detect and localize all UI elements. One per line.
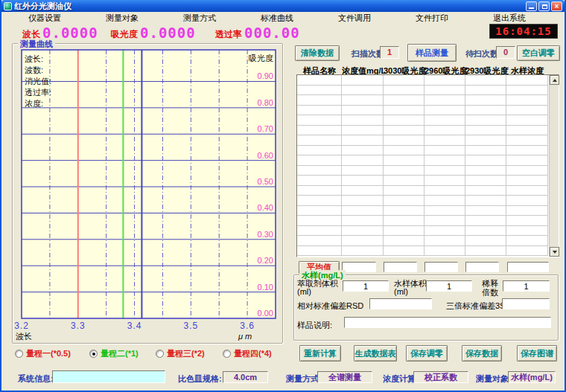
table-cell[interactable] <box>342 196 384 206</box>
table-cell[interactable] <box>342 226 384 237</box>
table-cell[interactable] <box>465 166 506 176</box>
table-cell[interactable] <box>465 86 506 96</box>
table-cell[interactable] <box>384 135 424 146</box>
table-cell[interactable] <box>465 146 506 156</box>
radio-range-3[interactable]: 量程三(*2) <box>156 349 205 359</box>
table-cell[interactable] <box>465 176 506 186</box>
radio-range-1[interactable]: 量程一(*0.5) <box>15 349 71 359</box>
table-cell[interactable] <box>506 135 548 146</box>
close-button[interactable]: × <box>551 1 562 11</box>
dilution-factor-input[interactable] <box>503 280 550 292</box>
table-cell[interactable] <box>384 246 424 257</box>
table-cell[interactable] <box>297 135 342 146</box>
table-cell[interactable] <box>342 86 384 96</box>
table-cell[interactable] <box>465 246 506 257</box>
system-info-input[interactable] <box>52 370 165 383</box>
table-cell[interactable] <box>297 176 342 186</box>
table-cell[interactable] <box>424 216 465 226</box>
table-cell[interactable] <box>342 95 384 106</box>
table-cell[interactable] <box>424 106 465 116</box>
table-cell[interactable] <box>384 95 424 106</box>
table-cell[interactable] <box>342 206 384 216</box>
table-cell[interactable] <box>384 226 424 237</box>
table-cell[interactable] <box>506 186 548 196</box>
table-cell[interactable] <box>506 106 548 116</box>
table-cell[interactable] <box>384 146 424 156</box>
table-cell[interactable] <box>424 75 465 86</box>
table-cell[interactable] <box>424 115 465 126</box>
table-cell[interactable] <box>465 115 506 126</box>
table-cell[interactable] <box>424 236 465 246</box>
table-cell[interactable] <box>465 126 506 136</box>
extractant-volume-input[interactable] <box>343 280 389 292</box>
table-cell[interactable] <box>297 155 342 166</box>
table-cell[interactable] <box>297 216 342 226</box>
table-cell[interactable] <box>297 196 342 206</box>
table-cell[interactable] <box>424 86 465 96</box>
table-cell[interactable] <box>342 176 384 186</box>
table-cell[interactable] <box>506 216 548 226</box>
table-cell[interactable] <box>506 196 548 206</box>
table-cell[interactable] <box>384 216 424 226</box>
menu-file-load[interactable]: 文件调用 <box>335 13 374 23</box>
table-cell[interactable] <box>384 236 424 246</box>
menu-instrument-settings[interactable]: 仪器设置 <box>25 13 64 23</box>
rsd-input[interactable] <box>369 298 432 309</box>
table-cell[interactable] <box>506 176 548 186</box>
minimize-button[interactable] <box>526 1 537 11</box>
table-cell[interactable] <box>297 86 342 96</box>
table-cell[interactable] <box>297 95 342 106</box>
menu-measure-object[interactable]: 测量对象 <box>103 13 142 23</box>
sample-note-input[interactable] <box>344 317 551 328</box>
table-cell[interactable] <box>342 126 384 136</box>
table-cell[interactable] <box>506 95 548 106</box>
table-cell[interactable] <box>506 166 548 176</box>
table-cell[interactable] <box>424 126 465 136</box>
table-cell[interactable] <box>424 166 465 176</box>
table-cell[interactable] <box>424 196 465 206</box>
table-cell[interactable] <box>465 206 506 216</box>
blank-zero-button[interactable]: 空白调零 <box>517 45 560 61</box>
table-cell[interactable] <box>424 186 465 196</box>
table-cell[interactable] <box>297 75 342 86</box>
table-cell[interactable] <box>384 206 424 216</box>
table-cell[interactable] <box>424 206 465 216</box>
menu-standard-curve[interactable]: 标准曲线 <box>258 13 296 23</box>
table-cell[interactable] <box>342 166 384 176</box>
sd3-input[interactable] <box>502 298 550 309</box>
table-cell[interactable] <box>342 146 384 156</box>
table-cell[interactable] <box>506 115 548 126</box>
table-cell[interactable] <box>506 146 548 156</box>
table-cell[interactable] <box>297 226 342 237</box>
table-cell[interactable] <box>342 246 384 257</box>
sample-measure-button[interactable]: 样品测量 <box>407 44 457 62</box>
save-spectrum-button[interactable]: 保存图谱 <box>517 345 557 362</box>
table-cell[interactable] <box>424 176 465 186</box>
table-cell[interactable] <box>384 196 424 206</box>
table-cell[interactable] <box>384 106 424 116</box>
table-cell[interactable] <box>297 246 342 257</box>
table-cell[interactable] <box>465 106 506 116</box>
table-cell[interactable] <box>384 126 424 136</box>
table-cell[interactable] <box>384 115 424 126</box>
table-cell[interactable] <box>465 196 506 206</box>
table-cell[interactable] <box>465 236 506 246</box>
table-cell[interactable] <box>384 166 424 176</box>
table-cell[interactable] <box>424 95 465 106</box>
table-cell[interactable] <box>424 146 465 156</box>
table-cell[interactable] <box>342 236 384 246</box>
table-cell[interactable] <box>384 155 424 166</box>
table-cell[interactable] <box>506 236 548 246</box>
table-cell[interactable] <box>465 95 506 106</box>
recalculate-button[interactable]: 重新计算 <box>299 345 341 362</box>
table-cell[interactable] <box>342 75 384 86</box>
save-data-button[interactable]: 保存数据 <box>462 345 502 362</box>
table-cell[interactable] <box>342 106 384 116</box>
table-cell[interactable] <box>342 216 384 226</box>
table-cell[interactable] <box>506 226 548 237</box>
table-cell[interactable] <box>297 106 342 116</box>
table-cell[interactable] <box>297 166 342 176</box>
radio-range-4[interactable]: 量程四(*4) <box>223 349 272 359</box>
table-cell[interactable] <box>424 226 465 237</box>
save-zero-button[interactable]: 保存调零 <box>406 345 448 362</box>
